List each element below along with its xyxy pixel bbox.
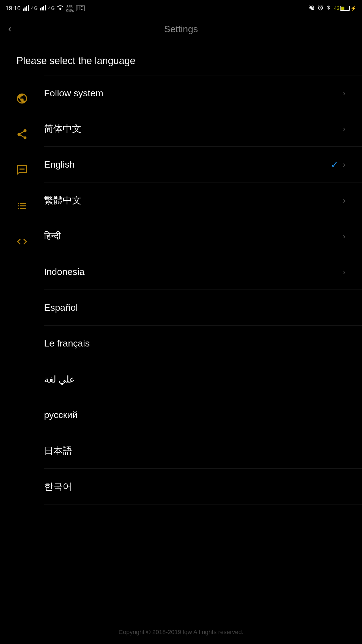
- alarm-icon: [317, 5, 323, 12]
- time-display: 19:10: [6, 5, 21, 12]
- language-item-espanol[interactable]: Español: [44, 290, 362, 326]
- page-title: Please select the language: [0, 47, 362, 75]
- sidebar-list-icon: [0, 188, 44, 224]
- language-item-arabic[interactable]: علي لغة: [44, 361, 362, 397]
- language-item-korean[interactable]: 한국어: [44, 469, 362, 504]
- back-button[interactable]: ‹: [8, 23, 12, 35]
- svg-rect-7: [45, 5, 46, 10]
- sidebar-share-icon: [0, 116, 44, 152]
- svg-rect-2: [26, 6, 27, 11]
- battery-fill: [341, 7, 344, 10]
- sidebar-globe-icon: [0, 81, 44, 116]
- language-item-simplified-chinese[interactable]: 简体中文›: [44, 111, 362, 147]
- battery-percent: 43: [334, 6, 339, 11]
- status-left: 19:10 4G 4G 0.00KB/s HD: [6, 4, 85, 13]
- language-name-russian: русский: [44, 410, 78, 420]
- svg-rect-3: [28, 5, 29, 11]
- battery-indicator: 43 ⚡: [334, 5, 356, 11]
- language-name-follow-system: Follow system: [44, 88, 103, 99]
- language-item-hindi[interactable]: हिन्दी›: [44, 218, 362, 254]
- language-name-korean: 한국어: [44, 480, 72, 493]
- chevron-right-icon: ›: [343, 196, 345, 205]
- chevron-right-icon: ›: [343, 160, 345, 169]
- wifi-icon: [57, 4, 64, 12]
- signal-icon-4g1: [23, 5, 29, 12]
- language-name-indonesia: Indonesia: [44, 266, 84, 277]
- battery-box: [340, 6, 350, 11]
- svg-rect-4: [40, 8, 41, 10]
- charging-icon: ⚡: [350, 5, 356, 11]
- language-item-russian[interactable]: русский: [44, 397, 362, 433]
- language-name-espanol: Español: [44, 302, 78, 313]
- status-right: 43 ⚡: [309, 5, 356, 12]
- svg-rect-1: [24, 7, 26, 11]
- language-item-indonesia[interactable]: Indonesia›: [44, 254, 362, 290]
- language-name-english: English: [44, 159, 75, 170]
- 4g-label-1: 4G: [31, 6, 38, 11]
- signal-icon-4g2: [40, 4, 46, 12]
- svg-rect-5: [42, 7, 43, 10]
- svg-rect-8: [20, 169, 24, 170]
- main-layout: Follow system›简体中文›English✓›繁體中文›हिन्दी›…: [0, 75, 362, 504]
- 4g-label-2: 4G: [48, 6, 55, 11]
- language-name-simplified-chinese: 简体中文: [44, 122, 81, 135]
- content: Please select the language: [0, 41, 362, 510]
- language-name-french: Le français: [44, 338, 90, 349]
- language-item-english[interactable]: English✓›: [44, 147, 362, 182]
- language-item-follow-system[interactable]: Follow system›: [44, 75, 362, 111]
- mute-icon: [309, 5, 315, 12]
- language-name-arabic: علي لغة: [44, 374, 75, 385]
- language-item-japanese[interactable]: 日本語: [44, 433, 362, 469]
- language-list: Follow system›简体中文›English✓›繁體中文›हिन्दी›…: [44, 75, 362, 504]
- sidebar: [0, 75, 44, 504]
- svg-rect-6: [43, 6, 44, 10]
- chevron-right-icon: ›: [343, 124, 345, 133]
- footer-text: Copyright © 2018-2019 lqw All rights res…: [119, 629, 243, 635]
- sidebar-code-icon: [0, 224, 44, 260]
- chevron-right-icon: ›: [343, 231, 345, 241]
- hd-label: HD: [76, 5, 85, 11]
- language-name-japanese: 日本語: [44, 444, 72, 457]
- footer: Copyright © 2018-2019 lqw All rights res…: [0, 629, 362, 636]
- chevron-right-icon: ›: [343, 267, 345, 277]
- language-item-traditional-chinese[interactable]: 繁體中文›: [44, 182, 362, 218]
- selected-check-icon: ✓: [331, 159, 338, 170]
- app-bar: ‹ Settings: [0, 17, 362, 41]
- svg-rect-0: [23, 9, 24, 11]
- chevron-right-icon: ›: [343, 88, 345, 98]
- sidebar-comment-icon: [0, 152, 44, 188]
- status-bar: 19:10 4G 4G 0.00KB/s HD: [0, 0, 362, 17]
- language-name-traditional-chinese: 繁體中文: [44, 194, 81, 207]
- language-item-french[interactable]: Le français: [44, 326, 362, 361]
- language-name-hindi: हिन्दी: [44, 231, 61, 242]
- speed-label: 0.00KB/s: [66, 4, 74, 13]
- bluetooth-icon: [326, 5, 331, 12]
- app-title: Settings: [164, 24, 198, 34]
